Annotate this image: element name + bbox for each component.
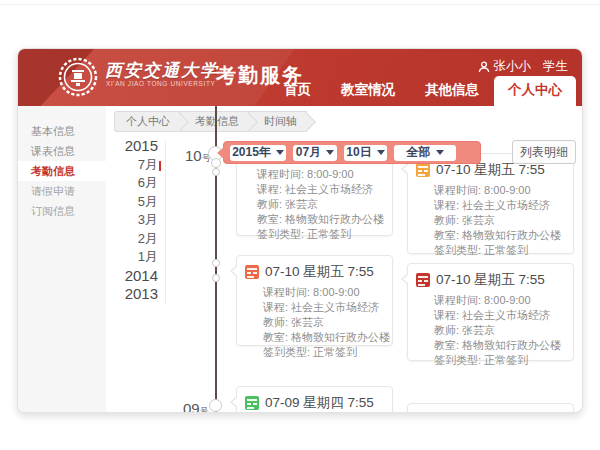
list-detail-button[interactable]: 列表明细 [512, 140, 576, 164]
card-field: 课程时间: 8:00-9:00 [434, 183, 573, 198]
type-dropdown[interactable]: 全部 [394, 145, 456, 161]
university-name-en: XI'AN JIAO TONG UNIVERSITY [106, 80, 215, 87]
card-field: 课程: 社会主义市场经济 [434, 198, 573, 213]
card-field: 教室: 格物致知行政办公楼 [434, 338, 573, 353]
date-nav-march[interactable]: 3月 [88, 211, 158, 230]
date-nav-2014[interactable]: 2014 [88, 267, 158, 286]
type-dropdown-value: 全部 [407, 144, 431, 161]
active-month-marker [159, 161, 161, 171]
day-dropdown-value: 10日 [346, 144, 371, 161]
signin-type-icon [245, 265, 259, 279]
attendance-card: 07-10 星期五 7:55 课程时间: 8:00-9:00 课程: 社会主义市… [236, 255, 393, 346]
nav-item-home[interactable]: 首页 [269, 76, 326, 106]
caret-down-icon [377, 150, 385, 155]
date-nav-divider [165, 141, 166, 303]
user-name: 张小小 [494, 58, 532, 75]
year-dropdown[interactable]: 2015年 [230, 145, 286, 161]
breadcrumb: 个人中心 考勤信息 时间轴 [114, 111, 307, 132]
date-nav-2013[interactable]: 2013 [88, 285, 158, 304]
card-field: 签到类型: 正常签到 [263, 345, 392, 360]
university-logo-icon [58, 57, 98, 97]
card-field: 教室: 格物致知行政办公楼 [263, 330, 392, 345]
date-nav-february[interactable]: 2月 [88, 230, 158, 249]
caret-down-icon [326, 150, 334, 155]
nav-item-other-info[interactable]: 其他信息 [410, 76, 494, 106]
caret-down-icon [276, 150, 284, 155]
attendance-card: 07-10 星期五 7:55 课程时间: 8:00-9:00 课程: 社会主义市… [407, 153, 574, 254]
user-info[interactable]: 张小小 学生 [478, 58, 569, 75]
attendance-card: 07-09 星期四 7:55 [236, 386, 393, 413]
nav-item-personal-center[interactable]: 个人中心 [494, 76, 576, 106]
university-name-cn: 西安交通大学 [105, 59, 219, 82]
timeline-node-medium [211, 158, 221, 168]
card-field: 课程: 社会主义市场经济 [263, 300, 392, 315]
date-nav-2015[interactable]: 2015 [88, 137, 158, 156]
header-band: 西安交通大学 XI'AN JIAO TONG UNIVERSITY 考勤服务 张… [18, 49, 582, 106]
timeline-node-small [212, 168, 220, 176]
page-top-divider [0, 4, 600, 5]
caret-down-icon [436, 150, 444, 155]
timeline-day-label-10: 10号 [185, 147, 211, 165]
card-field: 教室: 格物致知行政办公楼 [257, 212, 392, 227]
timeline-day-label-09: 09号 [183, 400, 209, 413]
timeline-node-small [212, 274, 220, 282]
day-dropdown[interactable]: 10日 [344, 145, 387, 161]
card-field: 课程: 社会主义市场经济 [434, 308, 573, 323]
date-nav-june[interactable]: 6月 [88, 174, 158, 193]
card-title: 07-10 星期五 7:55 [265, 263, 374, 281]
signin-type-icon [245, 396, 259, 410]
month-dropdown-value: 07月 [296, 144, 321, 161]
year-dropdown-value: 2015年 [232, 144, 271, 161]
main-nav: 首页 教室情况 其他信息 个人中心 [269, 76, 576, 106]
card-field: 签到类型: 正常签到 [434, 243, 573, 258]
card-field: 课程时间: 8:00-9:00 [263, 285, 392, 300]
card-field: 课程时间: 8:00-9:00 [257, 167, 392, 182]
filter-bar: 2015年 07月 10日 全部 [223, 141, 481, 164]
card-field: 教师: 张芸京 [434, 213, 573, 228]
card-field: 教师: 张芸京 [263, 315, 392, 330]
attendance-card [407, 403, 574, 413]
date-nav: 2015 7月 6月 5月 3月 2月 1月 2014 2013 [88, 137, 158, 304]
card-title: 07-10 星期五 7:55 [436, 271, 545, 289]
card-field: 教师: 张芸京 [434, 323, 573, 338]
timeline-node-day09 [209, 399, 222, 412]
date-nav-july[interactable]: 7月 [88, 156, 158, 175]
card-field: 教师: 张芸京 [257, 197, 392, 212]
card-field: 签到类型: 正常签到 [434, 353, 573, 368]
signin-type-icon [416, 163, 430, 177]
user-role: 学生 [543, 58, 568, 75]
card-field: 教室: 格物致知行政办公楼 [434, 228, 573, 243]
signin-type-icon [416, 273, 430, 287]
card-title: 07-09 星期四 7:55 [265, 394, 374, 412]
month-dropdown[interactable]: 07月 [293, 145, 337, 161]
nav-item-classrooms[interactable]: 教室情况 [326, 76, 410, 106]
app-window: 西安交通大学 XI'AN JIAO TONG UNIVERSITY 考勤服务 张… [17, 48, 583, 413]
card-field: 课程时间: 8:00-9:00 [434, 293, 573, 308]
date-nav-january[interactable]: 1月 [88, 248, 158, 267]
timeline-node-small [212, 259, 220, 267]
breadcrumb-personal-center[interactable]: 个人中心 [114, 111, 180, 132]
user-icon [478, 61, 490, 73]
date-nav-may[interactable]: 5月 [88, 193, 158, 212]
attendance-card: 07-10 星期五 7:55 课程时间: 8:00-9:00 课程: 社会主义市… [407, 263, 574, 361]
card-field: 课程: 社会主义市场经济 [257, 182, 392, 197]
card-field: 签到类型: 正常签到 [257, 227, 392, 242]
